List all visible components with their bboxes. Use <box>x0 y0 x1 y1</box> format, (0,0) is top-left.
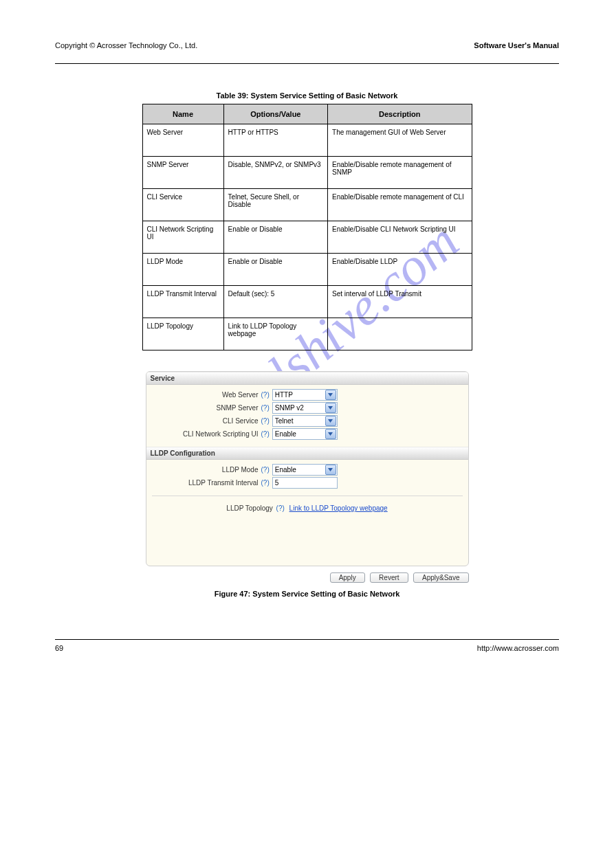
help-icon[interactable]: (?) <box>261 404 270 412</box>
table-cell: LLDP Transmit Interval <box>142 286 223 318</box>
cli-service-select[interactable]: Telnet <box>272 415 338 427</box>
table-cell <box>328 318 472 350</box>
snmp-server-value: SNMP v2 <box>275 404 304 412</box>
cli-service-value: Telnet <box>275 417 294 425</box>
web-server-row: Web Server (?) HTTP <box>152 389 463 401</box>
service-setting-table: Name Options/Value Description Web Serve… <box>142 104 472 350</box>
button-bar: Apply Revert Apply&Save <box>146 566 469 583</box>
service-config-panel: Service Web Server (?) HTTP SNMP Server … <box>146 371 469 566</box>
help-icon[interactable]: (?) <box>261 430 270 438</box>
table-cell: Enable/Disable LLDP <box>328 254 472 286</box>
table-cell: SNMP Server <box>142 157 223 189</box>
lldp-mode-label: LLDP Mode <box>152 466 261 474</box>
svg-marker-2 <box>328 419 333 423</box>
table-cell: Telnet, Secure Shell, or Disable <box>223 189 327 221</box>
page-footer: 69 http://www.acrosser.com <box>55 639 559 652</box>
snmp-server-select[interactable]: SNMP v2 <box>272 402 338 414</box>
table-cell: Set interval of LLDP Transmit <box>328 286 472 318</box>
table-row: LLDP Topology Link to LLDP Topology webp… <box>142 318 472 350</box>
cli-service-label: CLI Service <box>152 417 261 425</box>
chevron-down-icon <box>325 465 336 475</box>
table-cell: LLDP Topology <box>142 318 223 350</box>
web-server-label: Web Server <box>152 391 261 399</box>
lldp-interval-label: LLDP Transmit Interval <box>152 479 261 487</box>
help-icon[interactable]: (?) <box>261 417 270 425</box>
cli-scripting-label: CLI Network Scripting UI <box>152 430 261 438</box>
table-cell: Enable/Disable CLI Network Scripting UI <box>328 221 472 254</box>
figure-caption: Figure 47: System Service Setting of Bas… <box>55 590 559 598</box>
table-row: LLDP Transmit Interval Default (sec): 5 … <box>142 286 472 318</box>
lldp-section-body: LLDP Mode (?) Enable LLDP Transmit Inter… <box>146 460 468 566</box>
apply-save-button[interactable]: Apply&Save <box>413 572 468 583</box>
svg-marker-3 <box>328 432 333 436</box>
table-cell: LLDP Mode <box>142 254 223 286</box>
table-cell: Link to LLDP Topology webpage <box>223 318 327 350</box>
table-cell: Default (sec): 5 <box>223 286 327 318</box>
table-cell: Enable or Disable <box>223 254 327 286</box>
svg-marker-0 <box>328 393 333 397</box>
table-caption: Table 39: System Service Setting of Basi… <box>55 91 559 100</box>
table-header: Description <box>328 104 472 124</box>
lldp-interval-input[interactable]: 5 <box>272 477 338 489</box>
svg-marker-4 <box>328 468 333 471</box>
service-config-figure: Service Web Server (?) HTTP SNMP Server … <box>146 371 469 583</box>
table-row: Web Server HTTP or HTTPS The management … <box>142 124 472 157</box>
lldp-mode-select[interactable]: Enable <box>272 464 338 476</box>
table-row: LLDP Mode Enable or Disable Enable/Disab… <box>142 254 472 286</box>
lldp-interval-row: LLDP Transmit Interval (?) 5 <box>152 477 463 489</box>
cli-scripting-value: Enable <box>275 430 296 438</box>
table-cell: Enable/Disable remote management of SNMP <box>328 157 472 189</box>
table-cell: Disable, SNMPv2, or SNMPv3 <box>223 157 327 189</box>
chevron-down-icon <box>325 390 336 400</box>
chevron-down-icon <box>325 429 336 439</box>
help-icon[interactable]: (?) <box>261 391 270 399</box>
svg-marker-1 <box>328 406 333 410</box>
lldp-section-header: LLDP Configuration <box>146 447 468 460</box>
help-icon[interactable]: (?) <box>261 466 270 474</box>
cli-scripting-row: CLI Network Scripting UI (?) Enable <box>152 428 463 440</box>
table-cell: CLI Service <box>142 189 223 221</box>
cli-scripting-select[interactable]: Enable <box>272 428 338 440</box>
apply-button[interactable]: Apply <box>330 572 365 583</box>
lldp-topology-label: LLDP Topology <box>226 504 272 512</box>
table-cell: HTTP or HTTPS <box>223 124 327 157</box>
snmp-server-row: SNMP Server (?) SNMP v2 <box>152 402 463 414</box>
web-server-select[interactable]: HTTP <box>272 389 338 401</box>
lldp-interval-value: 5 <box>275 479 279 487</box>
header-divider <box>55 63 559 64</box>
table-row: CLI Network Scripting UI Enable or Disab… <box>142 221 472 254</box>
table-cell: CLI Network Scripting UI <box>142 221 223 254</box>
chevron-down-icon <box>325 416 336 426</box>
table-cell: Enable or Disable <box>223 221 327 254</box>
table-header: Name <box>142 104 223 124</box>
chevron-down-icon <box>325 403 336 413</box>
help-icon[interactable]: (?) <box>276 504 285 512</box>
table-cell: Enable/Disable remote management of CLI <box>328 189 472 221</box>
header-title: Software User's Manual <box>474 41 559 49</box>
table-row: CLI Service Telnet, Secure Shell, or Dis… <box>142 189 472 221</box>
service-section-body: Web Server (?) HTTP SNMP Server (?) SNMP… <box>146 385 468 447</box>
web-server-value: HTTP <box>275 391 293 399</box>
service-section-header: Service <box>146 372 468 385</box>
lldp-mode-value: Enable <box>275 466 296 474</box>
table-header: Options/Value <box>223 104 327 124</box>
table-row: SNMP Server Disable, SNMPv2, or SNMPv3 E… <box>142 157 472 189</box>
table-cell: The management GUI of Web Server <box>328 124 472 157</box>
lldp-mode-row: LLDP Mode (?) Enable <box>152 464 463 476</box>
footer-site: http://www.acrosser.com <box>477 644 559 652</box>
lldp-topology-row: LLDP Topology (?) Link to LLDP Topology … <box>152 496 463 560</box>
page-header: Copyright © Acrosser Technology Co., Ltd… <box>55 41 559 49</box>
revert-button[interactable]: Revert <box>370 572 408 583</box>
table-header-row: Name Options/Value Description <box>142 104 472 124</box>
snmp-server-label: SNMP Server <box>152 404 261 412</box>
cli-service-row: CLI Service (?) Telnet <box>152 415 463 427</box>
table-cell: Web Server <box>142 124 223 157</box>
help-icon[interactable]: (?) <box>261 479 270 487</box>
header-copyright: Copyright © Acrosser Technology Co., Ltd… <box>55 41 197 49</box>
lldp-topology-link[interactable]: Link to LLDP Topology webpage <box>289 504 388 512</box>
footer-page-number: 69 <box>55 644 63 652</box>
